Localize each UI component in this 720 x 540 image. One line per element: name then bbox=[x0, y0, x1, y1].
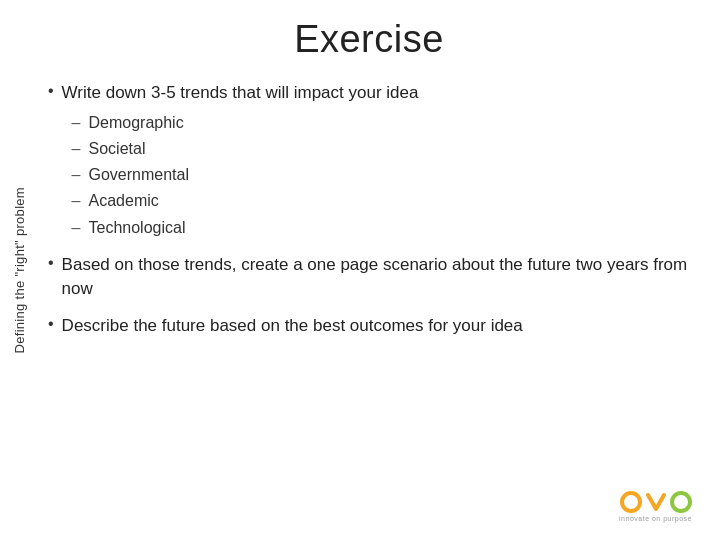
logo-tagline: innovate on purpose bbox=[619, 515, 692, 522]
ovo-logo bbox=[620, 491, 692, 513]
slide: Defining the "right" problem Exercise • … bbox=[0, 0, 720, 540]
dash-icon: – bbox=[72, 137, 81, 160]
sub-list-1: – Demographic – Societal – Governmental bbox=[72, 111, 419, 239]
sidebar: Defining the "right" problem bbox=[0, 0, 38, 540]
bullet-dot-3: • bbox=[48, 315, 54, 333]
ovo-o-left-icon bbox=[620, 491, 642, 513]
logo-area: innovate on purpose bbox=[619, 491, 692, 522]
bullet-item-3: • Describe the future based on the best … bbox=[48, 314, 690, 338]
dash-icon: – bbox=[72, 216, 81, 239]
bullet-item-1: • Write down 3-5 trends that will impact… bbox=[48, 81, 690, 239]
bullet-section: • Write down 3-5 trends that will impact… bbox=[48, 81, 690, 530]
bullet-text-2: Based on those trends, create a one page… bbox=[62, 253, 690, 301]
list-item: – Demographic bbox=[72, 111, 419, 134]
bullet-item-2: • Based on those trends, create a one pa… bbox=[48, 253, 690, 301]
bullet-text-1: Write down 3-5 trends that will impact y… bbox=[62, 83, 419, 102]
list-item: – Academic bbox=[72, 189, 419, 212]
ovo-o-right-icon bbox=[670, 491, 692, 513]
bullet-dot-1: • bbox=[48, 82, 54, 100]
bullet-text-3: Describe the future based on the best ou… bbox=[62, 314, 523, 338]
sub-item-label: Societal bbox=[89, 137, 146, 160]
dash-icon: – bbox=[72, 111, 81, 134]
ovo-v-icon bbox=[645, 491, 667, 513]
sub-item-label: Technological bbox=[89, 216, 186, 239]
sub-item-label: Demographic bbox=[89, 111, 184, 134]
dash-icon: – bbox=[72, 163, 81, 186]
list-item: – Technological bbox=[72, 216, 419, 239]
main-content: Exercise • Write down 3-5 trends that wi… bbox=[38, 0, 720, 540]
list-item: – Societal bbox=[72, 137, 419, 160]
sub-item-label: Academic bbox=[89, 189, 159, 212]
sub-item-label: Governmental bbox=[89, 163, 190, 186]
bullet-content-1: Write down 3-5 trends that will impact y… bbox=[62, 81, 419, 239]
slide-title: Exercise bbox=[48, 18, 690, 61]
dash-icon: – bbox=[72, 189, 81, 212]
sidebar-label: Defining the "right" problem bbox=[12, 187, 27, 354]
bullet-dot-2: • bbox=[48, 254, 54, 272]
list-item: – Governmental bbox=[72, 163, 419, 186]
